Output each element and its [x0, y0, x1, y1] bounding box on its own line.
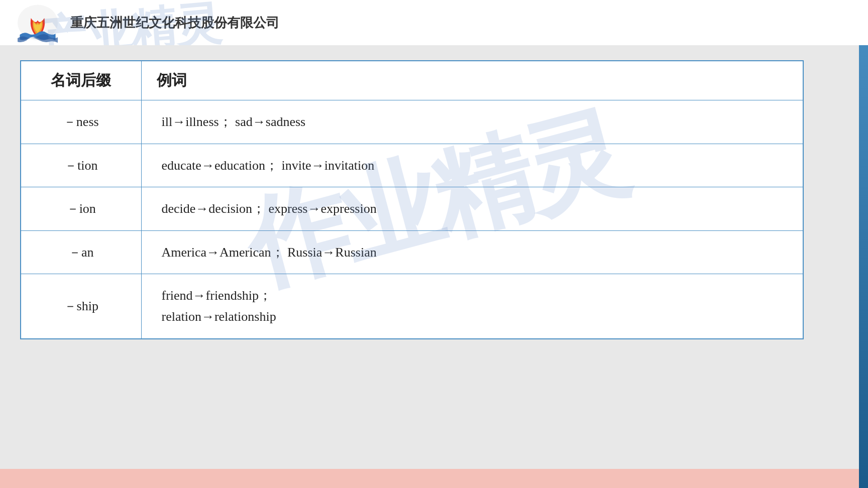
table-header-row: 名词后缀 例词 — [21, 61, 803, 100]
company-logo — [15, 3, 60, 43]
examples-ship-line1: friend→friendship； — [162, 285, 783, 306]
company-name-text: 重庆五洲世纪文化科技股份有限公司 — [70, 14, 279, 32]
table-row: －tion educate→education； invite→invitati… — [21, 144, 803, 187]
col-suffix-header: 名词后缀 — [21, 61, 141, 100]
examples-tion: educate→education； invite→invitation — [141, 144, 803, 187]
col-examples-header: 例词 — [141, 61, 803, 100]
suffix-an: －an — [21, 230, 141, 274]
header: 产业精灵 重庆五洲世纪文化科技股份有限公司 — [0, 0, 868, 45]
examples-ship: friend→friendship； relation→relationship — [141, 274, 803, 339]
vocabulary-table: 名词后缀 例词 －ness ill→illness； sad→sadness －… — [20, 60, 804, 339]
examples-ness: ill→illness； sad→sadness — [141, 100, 803, 144]
main-content: 作业精灵 名词后缀 例词 －ness ill→illness； sad→sadn… — [0, 45, 868, 354]
table-row: －ion decide→decision； express→expression — [21, 187, 803, 231]
examples-ion: decide→decision； express→expression — [141, 187, 803, 231]
table-row: －ship friend→friendship； relation→relati… — [21, 274, 803, 339]
suffix-tion: －tion — [21, 144, 141, 187]
suffix-ness: －ness — [21, 100, 141, 144]
right-decorative-bar — [859, 0, 868, 488]
examples-an: America→American； Russia→Russian — [141, 230, 803, 274]
table-row: －an America→American； Russia→Russian — [21, 230, 803, 274]
examples-ship-line2: relation→relationship — [162, 306, 783, 327]
suffix-ion: －ion — [21, 187, 141, 231]
table-row: －ness ill→illness； sad→sadness — [21, 100, 803, 144]
bottom-decorative-bar — [0, 469, 859, 488]
suffix-ship: －ship — [21, 274, 141, 339]
